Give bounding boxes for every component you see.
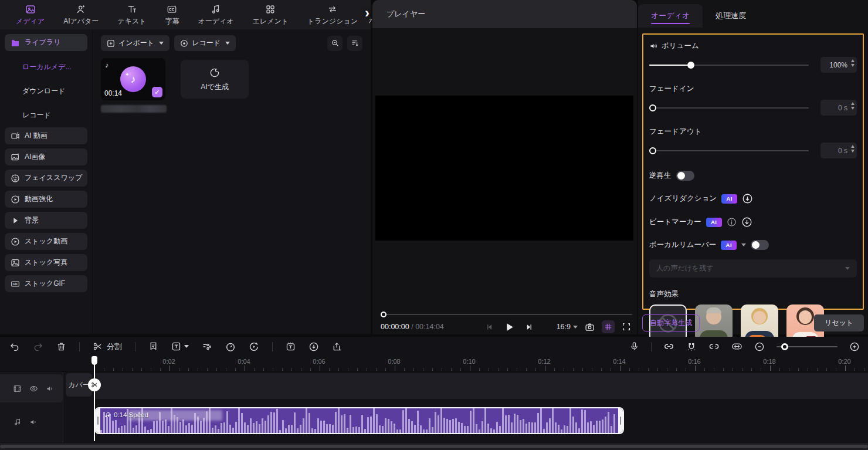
- smart-cut-button[interactable]: [202, 341, 212, 352]
- marker-badge-icon[interactable]: [148, 341, 158, 351]
- delete-button[interactable]: [56, 341, 66, 351]
- timeline-ruler[interactable]: 0:02 0:04 0:06 0:08 0:10 0:12 0:14 0:16 …: [0, 356, 868, 372]
- sidebar-item-library[interactable]: ライブラリ: [5, 34, 87, 51]
- nav-elements[interactable]: エレメント: [245, 3, 296, 26]
- volume-steppers[interactable]: [851, 59, 855, 67]
- volume-slider[interactable]: [649, 62, 809, 69]
- zoom-slider-handle[interactable]: [781, 343, 788, 350]
- seek-bar[interactable]: [381, 311, 632, 318]
- nav-captions[interactable]: 字幕: [157, 3, 187, 26]
- reverse-toggle[interactable]: [676, 171, 694, 181]
- horizontal-scrollbar[interactable]: [0, 443, 868, 450]
- speed-button[interactable]: [225, 341, 236, 352]
- mute-speaker-icon[interactable]: [46, 384, 55, 393]
- sidebar-item-stock-video[interactable]: ストック動画: [5, 233, 87, 250]
- audio-clip-thumbnail[interactable]: ♪ ✦♪ 00:14 ✓: [101, 58, 165, 100]
- volume-slider-handle[interactable]: [687, 62, 694, 69]
- undo-button[interactable]: [9, 341, 20, 352]
- tab-speed[interactable]: 処理速度: [703, 4, 759, 28]
- audio-clip[interactable]: 0:14 Speed: [94, 407, 624, 434]
- timeline-zoom-slider[interactable]: [777, 343, 838, 350]
- clip-trim-handle-right[interactable]: [618, 408, 623, 433]
- ai-generate-button[interactable]: AIで生成: [181, 60, 249, 99]
- sidebar-sub-record[interactable]: レコード: [5, 103, 87, 127]
- download-icon[interactable]: [742, 193, 753, 204]
- sidebar-item-video-enhance[interactable]: 動画強化: [5, 191, 87, 208]
- grid-overlay-button[interactable]: [602, 320, 615, 333]
- nav-audio[interactable]: オーディオ: [190, 3, 241, 26]
- record-button[interactable]: レコード: [174, 35, 236, 51]
- prev-frame-button[interactable]: [486, 323, 494, 331]
- download-icon[interactable]: [741, 216, 752, 228]
- sidebar-item-ai-image[interactable]: AI画像: [5, 148, 87, 165]
- stepper-up-icon[interactable]: [851, 59, 855, 62]
- info-icon[interactable]: [727, 217, 737, 227]
- sidebar-sub-local-media[interactable]: ローカルメデ...: [5, 55, 87, 79]
- sidebar-item-ai-video[interactable]: AI 動画: [5, 127, 87, 144]
- video-preview[interactable]: [375, 96, 633, 241]
- export-clip-button[interactable]: [332, 341, 343, 352]
- fullscreen-icon[interactable]: [622, 322, 631, 331]
- download-track-button[interactable]: [308, 341, 319, 352]
- playhead-scissors-icon[interactable]: [88, 378, 101, 391]
- stepper-up-icon[interactable]: [851, 102, 855, 105]
- stepper-down-icon[interactable]: [851, 150, 855, 153]
- snapshot-camera-icon[interactable]: [585, 322, 595, 332]
- volume-value-field[interactable]: 100%: [820, 57, 857, 73]
- stepper-down-icon[interactable]: [851, 64, 855, 67]
- tab-audio[interactable]: オーディオ: [638, 4, 703, 28]
- fade-out-slider[interactable]: [649, 147, 809, 154]
- aspect-ratio-dropdown[interactable]: 16:9: [557, 323, 578, 331]
- zoom-out-button[interactable]: [754, 341, 765, 352]
- sort-list-icon[interactable]: [347, 36, 362, 51]
- sidebar-item-stock-gif[interactable]: GIF ストックGIF: [5, 275, 87, 292]
- fade-in-slider-handle[interactable]: [649, 104, 656, 111]
- selected-checkbox[interactable]: ✓: [152, 87, 162, 97]
- fit-timeline-button[interactable]: [731, 341, 742, 352]
- search-icon[interactable]: [327, 36, 343, 51]
- redo-button[interactable]: [33, 341, 43, 352]
- eye-visibility-icon[interactable]: [29, 384, 38, 393]
- seek-handle[interactable]: [381, 312, 386, 317]
- fade-in-value-field[interactable]: 0 s: [820, 100, 857, 116]
- magnet-snap-button[interactable]: [686, 341, 697, 352]
- stepper-up-icon[interactable]: [851, 145, 855, 148]
- fade-out-steppers[interactable]: [851, 145, 855, 153]
- fade-out-slider-handle[interactable]: [649, 147, 656, 154]
- stepper-down-icon[interactable]: [851, 107, 855, 110]
- reverse-play-button[interactable]: [249, 341, 259, 352]
- nav-ai-avatar[interactable]: AIアバター: [56, 3, 106, 26]
- add-text-track-button[interactable]: [286, 341, 296, 351]
- voiceover-mic-button[interactable]: [629, 341, 639, 351]
- quick-text-button[interactable]: [171, 341, 189, 351]
- next-frame-button[interactable]: [525, 323, 533, 331]
- film-icon[interactable]: [13, 384, 22, 393]
- nav-expand-chevron-icon[interactable]: ›: [365, 6, 369, 20]
- zoom-in-button[interactable]: [849, 341, 860, 352]
- music-note-icon[interactable]: [13, 418, 22, 427]
- video-track-lane[interactable]: [94, 373, 868, 399]
- vocal-mode-dropdown[interactable]: 人の声だけを残す: [649, 259, 857, 278]
- reset-button[interactable]: リセット: [814, 314, 864, 331]
- nav-text[interactable]: テキスト: [110, 3, 154, 26]
- unlink-clips-button[interactable]: [708, 341, 720, 352]
- sidebar-item-stock-photo[interactable]: ストック写真: [5, 254, 87, 271]
- clip-trim-handle-left[interactable]: [96, 408, 100, 433]
- vocal-remover-toggle[interactable]: [751, 240, 769, 250]
- playhead-flag[interactable]: [91, 356, 97, 365]
- chevron-down-icon[interactable]: [741, 243, 746, 246]
- mute-speaker-icon[interactable]: [29, 418, 38, 427]
- nav-media[interactable]: メディア: [8, 3, 52, 26]
- sidebar-sub-download[interactable]: ダウンロード: [5, 79, 87, 103]
- sidebar-item-face-swap[interactable]: フェイススワップ: [5, 170, 87, 187]
- play-button[interactable]: [504, 322, 514, 332]
- split-button[interactable]: 分割: [93, 341, 122, 352]
- link-clips-button[interactable]: [663, 341, 674, 352]
- fade-out-value-field[interactable]: 0 s: [820, 143, 857, 158]
- fade-in-slider[interactable]: [649, 104, 809, 111]
- import-button[interactable]: インポート: [101, 35, 169, 51]
- sidebar-item-background[interactable]: 背景: [5, 212, 87, 229]
- fade-in-steppers[interactable]: [851, 102, 855, 110]
- auto-caption-button[interactable]: 自動字幕生成: [642, 314, 700, 331]
- nav-transitions[interactable]: トランジション: [300, 3, 365, 26]
